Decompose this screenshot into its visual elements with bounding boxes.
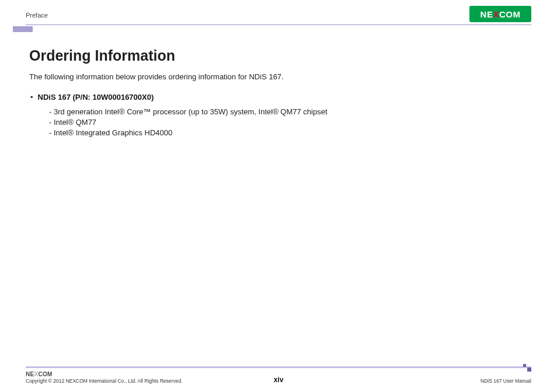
detail-line: - Intel® Integrated Graphics HD4000 (49, 128, 528, 138)
product-bullet: • NDiS 167 (P/N: 10W00016700X0) (29, 93, 528, 102)
footer-logo: NEXCOM (26, 371, 53, 377)
brand-logo-text: NEXCOM (481, 9, 521, 19)
product-details: - 3rd generation Intel® Core™ processor … (29, 107, 528, 138)
detail-line: - 3rd generation Intel® Core™ processor … (49, 107, 528, 117)
intro-paragraph: The following information below provides… (29, 72, 528, 81)
detail-line: - Intel® QM77 (49, 117, 528, 128)
page-number: xiv (274, 376, 284, 384)
footer-left: NEXCOM Copyright © 2012 NEXCOM Internati… (26, 371, 182, 384)
page-title: Ordering Information (29, 47, 528, 64)
bullet-icon: • (29, 93, 33, 102)
footer-right: NDiS 167 User Manual (481, 378, 531, 384)
section-label: Preface (26, 12, 48, 22)
footer-accent (26, 364, 531, 370)
brand-logo: NEXCOM (469, 6, 531, 22)
side-accent-block (13, 26, 33, 32)
copyright-text: Copyright © 2012 NEXCOM International Co… (26, 378, 182, 384)
product-heading: NDiS 167 (P/N: 10W00016700X0) (38, 93, 154, 102)
